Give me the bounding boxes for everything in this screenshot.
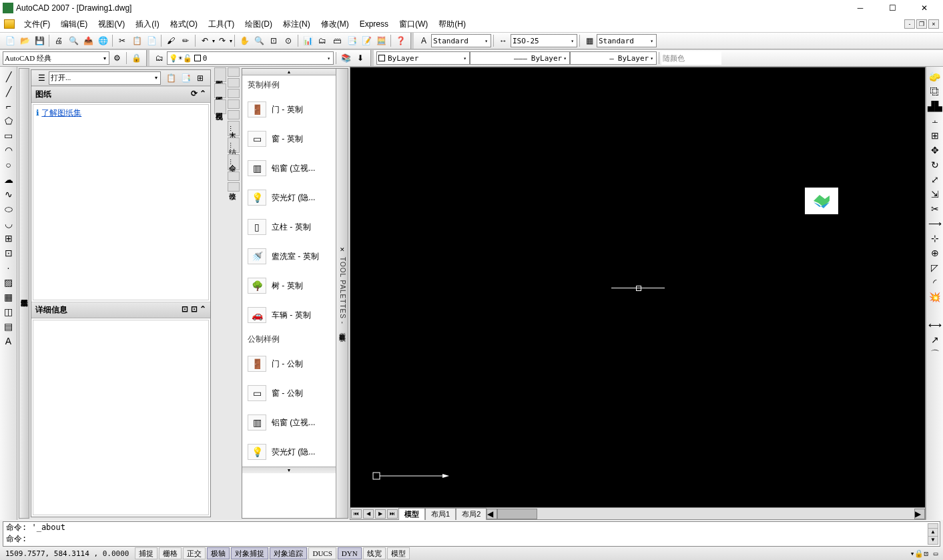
tp-handle[interactable]: ✕ TOOL PALETTES - 所有选项板 ▦	[336, 69, 348, 518]
xline-tool[interactable]: ╱	[2, 85, 15, 98]
textstyle-button[interactable]: A	[417, 34, 430, 47]
line-tool[interactable]: ╱	[2, 70, 15, 83]
palette-tab-5[interactable]: 土木...	[228, 121, 240, 136]
folder-icon[interactable]	[4, 19, 15, 29]
status-toggle-DUCS[interactable]: DUCS	[308, 547, 336, 559]
zoom-rt-button[interactable]: 🔍	[252, 34, 266, 47]
hatch-tool[interactable]: ▨	[2, 276, 15, 289]
menu-view[interactable]: 视图(V)	[93, 17, 130, 31]
palette-item[interactable]: 🌳树 - 英制	[242, 271, 336, 300]
workspace-combo[interactable]: AutoCAD 经典▾	[3, 51, 109, 65]
copy-tool[interactable]: ⿻	[928, 85, 942, 98]
status-toggle-正交[interactable]: 正交	[183, 547, 206, 559]
menu-express[interactable]: Express	[354, 18, 394, 30]
dcenter-button[interactable]: 🗂	[316, 34, 329, 47]
status-toggle-对象追踪[interactable]: 对象追踪	[270, 547, 307, 559]
revcloud-tool[interactable]: ☁	[2, 173, 15, 186]
status-toggle-模型[interactable]: 模型	[387, 547, 410, 559]
undo-dropdown[interactable]: ▾	[212, 38, 215, 44]
palette-item[interactable]: ▥铝窗 (立视...	[242, 408, 336, 437]
tp-scroll-down[interactable]: ▼	[242, 467, 336, 473]
chamfer-tool[interactable]: ◸	[928, 261, 942, 274]
palette-item[interactable]: ▥铝窗 (立视...	[242, 154, 336, 183]
ss-btn1[interactable]: 📋	[164, 71, 178, 85]
block-tool[interactable]: ⊡	[2, 246, 15, 260]
3ddwf-button[interactable]: 🌐	[96, 34, 109, 47]
save-button[interactable]: 💾	[33, 34, 46, 47]
rect-tool[interactable]: ▭	[2, 129, 15, 142]
tab-layout2[interactable]: 布局2	[456, 508, 487, 520]
ss-open-combo[interactable]: 打开...▾	[49, 71, 161, 85]
mdi-close[interactable]: ×	[928, 19, 939, 29]
new-button[interactable]: 📄	[3, 34, 17, 47]
tab-first[interactable]: ⏮	[351, 509, 362, 519]
linetype-combo[interactable]: ———ByLayer▾	[470, 51, 570, 65]
stretch-tool[interactable]: ⇲	[928, 188, 942, 201]
tab-next[interactable]: ▶	[375, 509, 386, 519]
palette-item[interactable]: 💡荧光灯 (隐...	[242, 437, 336, 467]
pline-tool[interactable]: ⌐	[2, 99, 15, 113]
palette-item[interactable]: ▯立柱 - 英制	[242, 212, 336, 242]
zoom-win-button[interactable]: ⊡	[267, 34, 280, 47]
status-toggle-对象捕捉[interactable]: 对象捕捉	[231, 547, 268, 559]
layerprev-button[interactable]: 📚	[339, 51, 352, 65]
color-combo[interactable]: ByLayer▾	[376, 51, 470, 65]
status-tray-icon[interactable]: ⊡	[924, 549, 928, 558]
redo-dropdown[interactable]: ▾	[230, 38, 232, 44]
close-button[interactable]: ✕	[914, 1, 935, 15]
offset-tool[interactable]: ⫠	[928, 114, 942, 127]
menu-modify[interactable]: 修改(M)	[316, 17, 354, 31]
workspace-settings-button[interactable]: ⚙	[110, 51, 123, 65]
ellipse-tool[interactable]: ⬭	[2, 202, 15, 216]
status-toggle-线宽[interactable]: 线宽	[363, 547, 386, 559]
menu-edit[interactable]: 编辑(E)	[55, 17, 93, 31]
palette-tab-1[interactable]: 注释	[228, 78, 240, 87]
join-tool[interactable]: ⊕	[928, 246, 942, 260]
palette-item[interactable]: 💡荧光灯 (隐...	[242, 183, 336, 212]
dimstyle-combo[interactable]: ISO-25▾	[511, 34, 577, 47]
table-tool[interactable]: ▤	[2, 320, 15, 333]
drawing-canvas[interactable]: X	[350, 67, 925, 507]
layerstate-button[interactable]: ⬇	[354, 51, 367, 65]
ss-btn3[interactable]: ⊞	[194, 71, 207, 85]
menu-insert[interactable]: 插入(I)	[130, 17, 164, 31]
menu-tools[interactable]: 工具(T)	[203, 17, 240, 31]
status-cleanscreen[interactable]: ▭	[929, 547, 942, 560]
zoom-prev-button[interactable]: ⊙	[282, 34, 295, 47]
palette-item[interactable]: 🚪门 - 英制	[242, 95, 336, 124]
menu-window[interactable]: 窗口(W)	[394, 17, 433, 31]
maximize-button[interactable]: ☐	[882, 1, 903, 15]
menu-help[interactable]: 帮助(H)	[433, 17, 471, 31]
cut-button[interactable]: ✂	[115, 34, 129, 47]
mirror-tool[interactable]: ▟▙	[928, 99, 942, 113]
help-button[interactable]: ❓	[394, 34, 407, 47]
trim-tool[interactable]: ✂	[928, 202, 942, 216]
paste-button[interactable]: 📄	[145, 34, 158, 47]
dimarc-tool[interactable]: ⌒	[928, 348, 942, 361]
gradient-tool[interactable]: ▦	[2, 290, 15, 304]
status-annoscale[interactable]: ▾	[910, 549, 915, 558]
pan-button[interactable]: ✋	[238, 34, 251, 47]
tab-model[interactable]: 模型	[398, 508, 425, 520]
status-toggle-DYN[interactable]: DYN	[338, 547, 362, 559]
menu-draw[interactable]: 绘图(D)	[240, 17, 278, 31]
status-lock-icon[interactable]: 🔒	[914, 549, 924, 558]
open-button[interactable]: 📂	[18, 34, 31, 47]
ss-learn-link[interactable]: 了解图纸集	[41, 108, 81, 117]
layerprops-button[interactable]: 🗂	[153, 51, 166, 65]
sheetset-tab-0[interactable]: 图纸列表	[214, 67, 226, 82]
command-line[interactable]: 命令: '_about 命令: ▲ ▼	[3, 521, 940, 547]
palette-tab-8[interactable]: 垂线	[228, 172, 240, 181]
palette-tab-7[interactable]: 命令...	[228, 154, 240, 170]
dimlin-tool[interactable]: ⟷	[928, 318, 942, 332]
arc-tool[interactable]: ◠	[2, 144, 15, 157]
undo-button[interactable]: ↶	[198, 34, 212, 47]
explode-tool[interactable]: 💥	[928, 290, 942, 304]
mdi-restore[interactable]: ❐	[916, 19, 927, 29]
palette-tab-2[interactable]: 建筑	[228, 89, 240, 98]
tab-last[interactable]: ⏭	[387, 509, 398, 519]
break-tool[interactable]: ⊹	[928, 232, 942, 245]
palette-item[interactable]: 🚿盥洗室 - 英制	[242, 242, 336, 271]
toollock-button[interactable]: 🔒	[129, 51, 143, 65]
fillet-tool[interactable]: ◜	[928, 276, 942, 289]
